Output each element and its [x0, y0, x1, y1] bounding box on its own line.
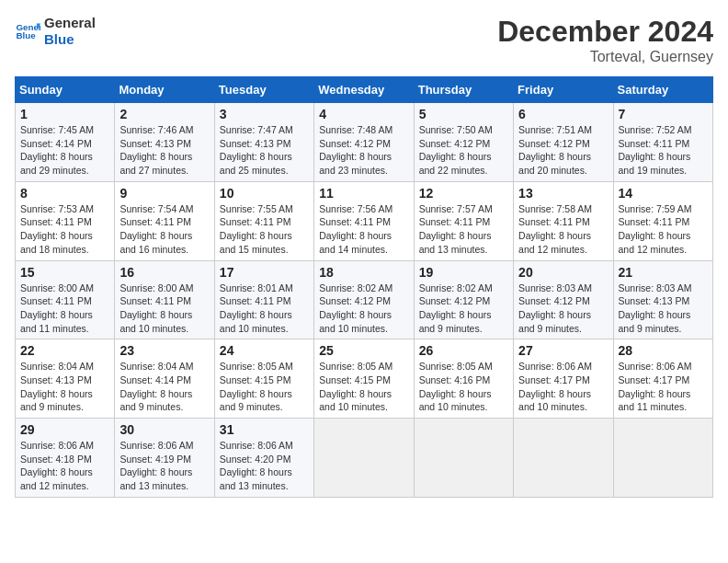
- day-info: Sunrise: 7:58 AMSunset: 4:11 PMDaylight:…: [518, 202, 608, 257]
- day-info: Sunrise: 8:01 AMSunset: 4:11 PMDaylight:…: [220, 282, 309, 336]
- day-number: 29: [20, 422, 109, 437]
- day-number: 14: [619, 186, 708, 201]
- calendar-cell: 18Sunrise: 8:02 AMSunset: 4:12 PMDayligh…: [314, 260, 414, 339]
- calendar-cell: 23Sunrise: 8:04 AMSunset: 4:14 PMDayligh…: [115, 339, 214, 419]
- day-info: Sunrise: 7:54 AMSunset: 4:11 PMDaylight:…: [119, 202, 209, 257]
- calendar-cell: 8Sunrise: 7:53 AMSunset: 4:11 PMDaylight…: [16, 181, 115, 260]
- day-info: Sunrise: 7:57 AMSunset: 4:11 PMDaylight:…: [419, 202, 508, 257]
- month-year: December 2024: [497, 15, 713, 49]
- day-number: 5: [419, 107, 508, 121]
- calendar-week-2: 8Sunrise: 7:53 AMSunset: 4:11 PMDaylight…: [16, 181, 713, 260]
- col-header-wednesday: Wednesday: [314, 77, 414, 103]
- calendar-cell: 15Sunrise: 8:00 AMSunset: 4:11 PMDayligh…: [16, 260, 115, 339]
- day-number: 22: [20, 343, 109, 358]
- calendar-cell: 5Sunrise: 7:50 AMSunset: 4:12 PMDaylight…: [414, 103, 513, 182]
- calendar-cell: [314, 419, 414, 498]
- day-number: 30: [119, 422, 209, 437]
- calendar-cell: 28Sunrise: 8:06 AMSunset: 4:17 PMDayligh…: [613, 339, 712, 419]
- calendar-cell: [414, 419, 513, 498]
- day-info: Sunrise: 8:06 AMSunset: 4:20 PMDaylight:…: [220, 439, 309, 493]
- calendar-week-3: 15Sunrise: 8:00 AMSunset: 4:11 PMDayligh…: [16, 260, 713, 339]
- day-info: Sunrise: 8:02 AMSunset: 4:12 PMDaylight:…: [419, 282, 508, 336]
- calendar-cell: 13Sunrise: 7:58 AMSunset: 4:11 PMDayligh…: [514, 181, 613, 260]
- calendar-cell: 14Sunrise: 7:59 AMSunset: 4:11 PMDayligh…: [613, 181, 712, 260]
- day-number: 8: [20, 186, 109, 201]
- calendar-cell: 24Sunrise: 8:05 AMSunset: 4:15 PMDayligh…: [214, 339, 313, 419]
- day-info: Sunrise: 7:48 AMSunset: 4:12 PMDaylight:…: [319, 123, 408, 178]
- day-info: Sunrise: 7:50 AMSunset: 4:12 PMDaylight:…: [419, 123, 508, 178]
- day-info: Sunrise: 7:46 AMSunset: 4:13 PMDaylight:…: [119, 123, 209, 178]
- calendar-cell: 12Sunrise: 7:57 AMSunset: 4:11 PMDayligh…: [414, 181, 513, 260]
- title-block: December 2024 Torteval, Guernsey: [497, 15, 713, 65]
- day-number: 18: [319, 265, 408, 280]
- calendar-cell: 10Sunrise: 7:55 AMSunset: 4:11 PMDayligh…: [214, 181, 313, 260]
- calendar-cell: 22Sunrise: 8:04 AMSunset: 4:13 PMDayligh…: [16, 339, 115, 419]
- calendar-week-5: 29Sunrise: 8:06 AMSunset: 4:18 PMDayligh…: [16, 419, 713, 498]
- day-info: Sunrise: 7:45 AMSunset: 4:14 PMDaylight:…: [20, 123, 109, 178]
- day-number: 2: [119, 107, 209, 121]
- day-number: 26: [419, 343, 508, 358]
- col-header-saturday: Saturday: [613, 77, 712, 103]
- day-info: Sunrise: 8:05 AMSunset: 4:15 PMDaylight:…: [319, 360, 408, 414]
- calendar-cell: 16Sunrise: 8:00 AMSunset: 4:11 PMDayligh…: [115, 260, 214, 339]
- day-number: 25: [319, 343, 408, 358]
- calendar-cell: 1Sunrise: 7:45 AMSunset: 4:14 PMDaylight…: [16, 103, 115, 182]
- logo: General Blue General Blue: [15, 15, 96, 48]
- day-number: 4: [319, 107, 408, 121]
- day-number: 13: [518, 186, 608, 201]
- calendar-cell: 2Sunrise: 7:46 AMSunset: 4:13 PMDaylight…: [115, 103, 214, 182]
- calendar-table: SundayMondayTuesdayWednesdayThursdayFrid…: [15, 76, 713, 498]
- calendar-cell: 25Sunrise: 8:05 AMSunset: 4:15 PMDayligh…: [314, 339, 414, 419]
- day-number: 24: [220, 343, 309, 358]
- calendar-cell: 27Sunrise: 8:06 AMSunset: 4:17 PMDayligh…: [514, 339, 613, 419]
- col-header-friday: Friday: [514, 77, 613, 103]
- day-info: Sunrise: 7:59 AMSunset: 4:11 PMDaylight:…: [619, 202, 708, 257]
- day-number: 12: [419, 186, 508, 201]
- calendar-cell: [514, 419, 613, 498]
- day-info: Sunrise: 8:05 AMSunset: 4:15 PMDaylight:…: [220, 360, 309, 414]
- calendar-cell: 21Sunrise: 8:03 AMSunset: 4:13 PMDayligh…: [613, 260, 712, 339]
- day-info: Sunrise: 8:04 AMSunset: 4:14 PMDaylight:…: [119, 360, 209, 414]
- day-number: 20: [518, 265, 608, 280]
- svg-text:Blue: Blue: [16, 30, 36, 40]
- day-number: 6: [518, 107, 608, 121]
- day-info: Sunrise: 8:00 AMSunset: 4:11 PMDaylight:…: [119, 282, 209, 336]
- calendar-cell: 20Sunrise: 8:03 AMSunset: 4:12 PMDayligh…: [514, 260, 613, 339]
- day-number: 11: [319, 186, 408, 201]
- calendar-body: 1Sunrise: 7:45 AMSunset: 4:14 PMDaylight…: [16, 103, 713, 498]
- day-number: 31: [220, 422, 309, 437]
- day-info: Sunrise: 8:06 AMSunset: 4:18 PMDaylight:…: [20, 439, 109, 493]
- day-info: Sunrise: 8:05 AMSunset: 4:16 PMDaylight:…: [419, 360, 508, 414]
- day-number: 17: [220, 265, 309, 280]
- day-number: 9: [119, 186, 209, 201]
- day-info: Sunrise: 7:56 AMSunset: 4:11 PMDaylight:…: [319, 202, 408, 257]
- col-header-monday: Monday: [115, 77, 214, 103]
- location: Torteval, Guernsey: [497, 49, 713, 65]
- calendar-cell: 31Sunrise: 8:06 AMSunset: 4:20 PMDayligh…: [214, 419, 313, 498]
- day-info: Sunrise: 8:06 AMSunset: 4:19 PMDaylight:…: [119, 439, 209, 493]
- day-info: Sunrise: 7:47 AMSunset: 4:13 PMDaylight:…: [220, 123, 309, 178]
- day-number: 1: [20, 107, 109, 121]
- calendar-cell: 17Sunrise: 8:01 AMSunset: 4:11 PMDayligh…: [214, 260, 313, 339]
- calendar-cell: 4Sunrise: 7:48 AMSunset: 4:12 PMDaylight…: [314, 103, 414, 182]
- calendar-cell: 7Sunrise: 7:52 AMSunset: 4:11 PMDaylight…: [613, 103, 712, 182]
- calendar-cell: 9Sunrise: 7:54 AMSunset: 4:11 PMDaylight…: [115, 181, 214, 260]
- page-header: General Blue General Blue December 2024 …: [15, 15, 713, 65]
- day-number: 19: [419, 265, 508, 280]
- day-info: Sunrise: 7:55 AMSunset: 4:11 PMDaylight:…: [220, 202, 309, 257]
- calendar-cell: 3Sunrise: 7:47 AMSunset: 4:13 PMDaylight…: [214, 103, 313, 182]
- day-info: Sunrise: 8:06 AMSunset: 4:17 PMDaylight:…: [619, 360, 708, 414]
- calendar-cell: 19Sunrise: 8:02 AMSunset: 4:12 PMDayligh…: [414, 260, 513, 339]
- day-number: 28: [619, 343, 708, 358]
- day-info: Sunrise: 8:02 AMSunset: 4:12 PMDaylight:…: [319, 282, 408, 336]
- day-number: 21: [619, 265, 708, 280]
- day-info: Sunrise: 8:04 AMSunset: 4:13 PMDaylight:…: [20, 360, 109, 414]
- day-number: 7: [619, 107, 708, 121]
- day-number: 3: [220, 107, 309, 121]
- calendar-week-4: 22Sunrise: 8:04 AMSunset: 4:13 PMDayligh…: [16, 339, 713, 419]
- day-number: 16: [119, 265, 209, 280]
- calendar-cell: 30Sunrise: 8:06 AMSunset: 4:19 PMDayligh…: [115, 419, 214, 498]
- col-header-sunday: Sunday: [16, 77, 115, 103]
- day-number: 15: [20, 265, 109, 280]
- day-info: Sunrise: 8:03 AMSunset: 4:12 PMDaylight:…: [518, 282, 608, 336]
